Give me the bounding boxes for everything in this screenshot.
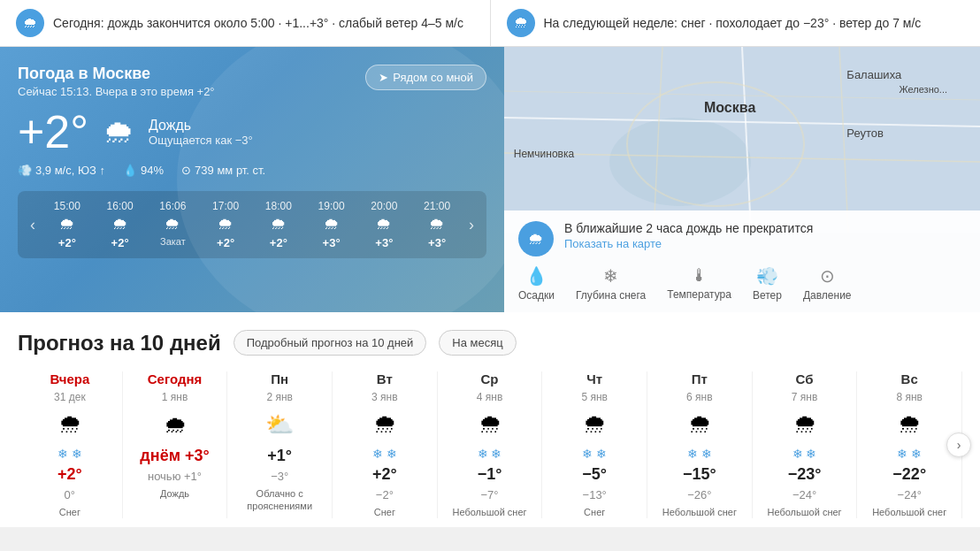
hour-time: 18:00	[265, 200, 292, 212]
hour-item: 16:00 🌧 +2°	[98, 200, 142, 249]
map-control-item[interactable]: 🌡 Температура	[667, 265, 731, 302]
near-me-arrow-icon: ➤	[379, 71, 388, 84]
hour-icon: 🌧	[376, 215, 392, 233]
hour-item: 20:00 🌧 +3°	[362, 200, 406, 249]
map-control-label: Ветер	[753, 289, 782, 302]
day-desc: Снег	[584, 506, 605, 518]
map-control-item[interactable]: ❄ Глубина снега	[576, 265, 646, 302]
day-name: Сб	[796, 371, 814, 386]
map-control-item[interactable]: 💧 Осадки	[518, 265, 555, 302]
day-temp-high: −15°	[683, 465, 716, 484]
day-column: Сб 7 янв 🌨 ❄ ❄ −23° −24° Небольшой снег	[753, 371, 858, 518]
humidity-value: 94%	[141, 164, 164, 177]
day-snow-icon: ❄ ❄	[897, 447, 922, 461]
map-panel[interactable]: Балашиха Москва Реутов Немчиновка Железн…	[504, 47, 980, 312]
near-me-button[interactable]: ➤ Рядом со мной	[365, 65, 486, 90]
hour-temp: +3°	[375, 236, 393, 249]
day-icon: 🌨	[793, 411, 816, 439]
city-moscow: Москва	[704, 100, 755, 116]
map-control-label: Температура	[667, 288, 731, 301]
day-column: Сегодня 1 янв 🌧 днём +3° ночью +1° Дождь	[123, 371, 228, 518]
hourly-items: 15:00 🌧 +2° 16:00 🌧 +2° 16:06 🌧 Закат 17…	[41, 200, 463, 249]
map-control-item[interactable]: ⊙ Давление	[803, 265, 852, 302]
day-snow-icon: ❄ ❄	[57, 447, 82, 461]
weather-panel: Погода в Москве Сейчас 15:13. Вчера в эт…	[0, 47, 504, 312]
day-desc: Снег	[374, 506, 395, 518]
hour-icon: 🌧	[271, 215, 287, 233]
day-column: Вт 3 янв 🌨 ❄ ❄ +2° −2° Снег	[333, 371, 438, 518]
detailed-forecast-button[interactable]: Подробный прогноз на 10 дней	[234, 330, 427, 356]
day-icon: 🌨	[688, 411, 711, 439]
hour-icon: 🌧	[165, 215, 180, 233]
day-icon: 🌨	[479, 411, 501, 439]
day-date: 6 янв	[686, 391, 713, 403]
forecast-section: Прогноз на 10 дней Подробный прогноз на …	[0, 312, 980, 527]
day-name: Пн	[271, 371, 288, 386]
day-icon: 🌨	[373, 411, 396, 439]
day-desc: Снег	[59, 506, 80, 518]
weather-condition: Дождь	[149, 118, 253, 134]
day-icon: 🌨	[583, 411, 606, 439]
hour-temp: +2°	[270, 236, 287, 249]
day-temp-low: 0°	[65, 488, 75, 501]
pressure-value: 739 мм рт. ст.	[195, 164, 265, 177]
day-icon: 🌧	[164, 411, 187, 439]
day-desc: Небольшой снег	[872, 506, 946, 518]
hour-item: 15:00 🌧 +2°	[45, 200, 89, 249]
hour-icon: 🌧	[112, 215, 128, 233]
day-temp-low: −2°	[376, 488, 394, 501]
week-notification-text: На следующей неделе: снег · похолодает д…	[544, 16, 922, 30]
weather-desc: Дождь Ощущается как −3°	[149, 118, 253, 147]
day-icon: 🌨	[898, 411, 921, 439]
hour-item: 16:06 🌧 Закат	[150, 200, 195, 249]
wind-detail: 💨 3,9 м/с, ЮЗ ↑	[18, 164, 105, 177]
hour-time: 19:00	[318, 200, 345, 212]
hour-icon: 🌧	[324, 215, 340, 233]
humidity-detail: 💧 94%	[123, 164, 164, 177]
forecast-title: Прогноз на 10 дней	[18, 331, 221, 356]
hour-time: 15:00	[54, 200, 80, 212]
today-notification-text: Сегодня: дождь закончится около 5:00 · +…	[53, 16, 463, 30]
day-snow-icon: ❄ ❄	[478, 447, 502, 461]
map-control-icon: 💨	[756, 265, 778, 287]
hour-icon: 🌧	[218, 215, 234, 233]
week-weather-icon: 🌨	[507, 9, 535, 37]
rain-title: В ближайшие 2 часа дождь не прекратится	[564, 221, 966, 235]
day-name: Сегодня	[148, 371, 203, 386]
day-snow-icon: ❄ ❄	[687, 447, 712, 461]
top-bar: 🌧 Сегодня: дождь закончится около 5:00 ·…	[0, 0, 980, 47]
map-control-label: Осадки	[518, 289, 555, 302]
day-date: 7 янв	[792, 391, 818, 403]
day-column: Вчера 31 дек 🌨 ❄ ❄ +2° 0° Снег	[18, 371, 123, 518]
rain-text: В ближайшие 2 часа дождь не прекратится …	[564, 221, 966, 250]
hour-item: 18:00 🌧 +2°	[256, 200, 301, 249]
day-icon: 🌨	[58, 411, 81, 439]
day-temp-high: +1°	[267, 447, 292, 465]
day-icon: ⛅	[265, 411, 294, 439]
hourly-strip: ‹ 15:00 🌧 +2° 16:00 🌧 +2° 16:06 🌧 Закат …	[18, 191, 486, 258]
map-control-icon: ⊙	[820, 265, 835, 287]
month-forecast-button[interactable]: На месяц	[439, 330, 516, 356]
days-next-button[interactable]: ›	[946, 432, 971, 457]
day-temp-low: −13°	[583, 488, 607, 501]
city-balashikha: Балашиха	[846, 68, 901, 81]
day-temp-high: −22°	[892, 465, 926, 484]
hour-time: 20:00	[371, 200, 397, 212]
hour-item: 21:00 🌧 +3°	[415, 200, 459, 249]
day-column: Пт 6 янв 🌨 ❄ ❄ −15° −26° Небольшой снег	[647, 371, 753, 518]
hourly-next-button[interactable]: ›	[463, 216, 479, 234]
wind-value: 3,9 м/с, ЮЗ ↑	[35, 164, 105, 177]
day-column: Пн 2 янв ⛅ +1° −3° Облачно с прояснениям…	[227, 371, 333, 518]
day-date: 8 янв	[896, 391, 923, 403]
map-control-item[interactable]: 💨 Ветер	[753, 265, 782, 302]
hourly-prev-button[interactable]: ‹	[25, 216, 41, 234]
day-name: Чт	[586, 371, 602, 386]
main-section: Погода в Москве Сейчас 15:13. Вчера в эт…	[0, 47, 980, 312]
day-snow-icon: ❄ ❄	[582, 447, 607, 461]
day-desc: Небольшой снег	[767, 506, 841, 518]
day-temp-low: ночью +1°	[148, 470, 202, 483]
hour-temp: +3°	[428, 236, 446, 249]
rain-map-link[interactable]: Показать на карте	[564, 237, 966, 250]
day-column: Чт 5 янв 🌨 ❄ ❄ −5° −13° Снег	[542, 371, 647, 518]
map-roads-svg	[504, 47, 980, 233]
